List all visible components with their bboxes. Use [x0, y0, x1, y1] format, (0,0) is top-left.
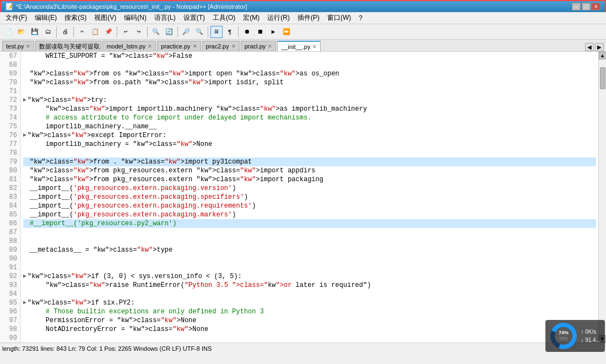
code-line[interactable]	[23, 61, 596, 69]
fold-icon[interactable]: ▶	[23, 272, 26, 281]
code-line[interactable]: "kw">class="kw">from pkg_resources.exter…	[23, 175, 596, 184]
code-content: importlib_machinery.__name__	[30, 122, 156, 131]
paste-button[interactable]: 📌	[102, 26, 115, 38]
cut-button[interactable]: ✂	[76, 26, 88, 38]
tab-init-py[interactable]: __init__.py ✕	[277, 41, 321, 51]
code-line[interactable]: #__import__('pkg_resources.py2_warn')	[23, 219, 596, 228]
code-line[interactable]: importlib_machinery = "kw">class="kw">No…	[23, 140, 596, 149]
fold-spacer	[23, 228, 29, 237]
tab-model-lstm-close[interactable]: ✕	[148, 44, 152, 49]
find-button[interactable]: 🔍	[150, 26, 162, 38]
code-line[interactable]: "kw">class="kw">from . "kw">class="kw">i…	[23, 157, 596, 166]
code-line[interactable]: "kw">class="kw">import importlib.machine…	[23, 105, 596, 113]
line-number: 79	[3, 157, 17, 166]
tab-model-lstm[interactable]: model_lstm.py ✕	[102, 41, 156, 51]
macro-stop-button[interactable]: ⏹	[254, 26, 266, 38]
code-line[interactable]: __import__('pkg_resources.extern.packagi…	[23, 184, 596, 193]
code-line[interactable]	[23, 237, 596, 246]
menu-view[interactable]: 视图(V)	[91, 12, 120, 24]
code-line[interactable]: PermissionError = "kw">class="kw">None	[23, 316, 596, 325]
menu-settings[interactable]: 设置(T)	[180, 12, 208, 24]
menu-window[interactable]: 窗口(W)	[324, 12, 354, 24]
menu-search[interactable]: 搜索(S)	[61, 12, 90, 24]
tab-practice-close[interactable]: ✕	[193, 44, 197, 49]
tab-scroll-right[interactable]: ▶	[595, 43, 604, 51]
macro-run-button[interactable]: ⏩	[280, 26, 293, 38]
title-bar-left: 📝 *E:\Anaconda3\Lib\site-packages\pkg_re…	[6, 3, 247, 10]
code-line[interactable]: __metaclass__ = "kw">class="kw">type	[23, 246, 596, 254]
tab-init-py-close[interactable]: ✕	[312, 44, 317, 50]
save-all-button[interactable]: 🗂	[42, 26, 54, 38]
macro-play-button[interactable]: ▶	[267, 26, 279, 38]
scrollbar-vertical[interactable]: ▲ ▼	[598, 52, 606, 343]
tab-test-py-close[interactable]: ✕	[26, 44, 30, 49]
fold-icon[interactable]: ▶	[23, 298, 26, 307]
zoom-out-button[interactable]: 🔍	[193, 26, 205, 38]
code-line[interactable]: ▶"kw">class="kw">if six.PY2:	[23, 298, 596, 307]
open-button[interactable]: 📂	[15, 26, 28, 38]
macro-record-button[interactable]: ⏺	[241, 26, 253, 38]
maximize-button[interactable]: □	[582, 3, 591, 10]
menu-macro[interactable]: 宏(M)	[240, 12, 263, 24]
word-wrap-button[interactable]: ≡	[210, 26, 223, 38]
code-line[interactable]	[23, 149, 596, 157]
code-line[interactable]: ▶"kw">class="kw">except ImportError:	[23, 131, 596, 140]
code-content: __import__('pkg_resources.extern.packagi…	[30, 202, 256, 210]
new-button[interactable]: 📄	[2, 26, 14, 38]
menu-run[interactable]: 运行(R)	[264, 12, 293, 24]
code-area[interactable]: WRITE_SUPPORT = "kw">class="kw">False "k…	[21, 52, 598, 343]
replace-button[interactable]: 🔄	[163, 26, 175, 38]
code-line[interactable]	[23, 228, 596, 237]
scroll-up-button[interactable]: ▲	[599, 52, 607, 59]
tab-test-py[interactable]: test.py ✕	[2, 41, 34, 51]
menu-language[interactable]: 语言(L)	[151, 12, 179, 24]
menu-tools[interactable]: 工具(O)	[209, 12, 239, 24]
show-all-button[interactable]: ¶	[224, 26, 236, 38]
tab-pracl-close[interactable]: ✕	[268, 44, 272, 49]
code-line[interactable]: __import__('pkg_resources.extern.packagi…	[23, 202, 596, 210]
tab-data-read[interactable]: 数据读取与关键可提取.py ✕	[35, 41, 101, 51]
save-button[interactable]: 💾	[29, 26, 41, 38]
line-number: 72	[3, 96, 17, 105]
code-line[interactable]: "kw">class="kw">from pkg_resources.exter…	[23, 166, 596, 175]
code-line[interactable]	[23, 263, 596, 272]
menu-help[interactable]: ?	[355, 13, 366, 23]
code-line[interactable]	[23, 254, 596, 263]
tab-prac2[interactable]: prac2.py ✕	[202, 41, 240, 51]
zoom-in-button[interactable]: 🔎	[180, 26, 192, 38]
code-line[interactable]: __import__('pkg_resources.extern.packagi…	[23, 193, 596, 202]
code-content: __import__('pkg_resources.extern.packagi…	[30, 184, 236, 193]
code-line[interactable]: NotADirectoryError = "kw">class="kw">Non…	[23, 325, 596, 334]
tab-scroll-left[interactable]: ◀	[585, 43, 594, 51]
tab-practice[interactable]: practice.py ✕	[157, 41, 201, 51]
code-line[interactable]: importlib_machinery.__name__	[23, 122, 596, 131]
code-line[interactable]	[23, 290, 596, 298]
tab-prac2-close[interactable]: ✕	[231, 44, 236, 49]
close-button[interactable]: ✕	[592, 3, 600, 10]
redo-button[interactable]: ↪	[133, 26, 145, 38]
menu-plugins[interactable]: 插件(P)	[294, 12, 323, 24]
code-line[interactable]: "kw">class="kw">from os.path "kw">class=…	[23, 78, 596, 87]
code-line[interactable]: ▶"kw">class="kw">try:	[23, 96, 596, 105]
code-line[interactable]	[23, 334, 596, 343]
minimize-button[interactable]: ─	[572, 3, 581, 10]
menu-encoding[interactable]: 编码(N)	[121, 12, 150, 24]
code-line[interactable]: # access attribute to force import under…	[23, 113, 596, 122]
code-line[interactable]: "kw">class="kw">from os "kw">class="kw">…	[23, 69, 596, 78]
scrollbar-thumb[interactable]	[600, 67, 605, 89]
undo-button[interactable]: ↩	[120, 26, 132, 38]
menu-file[interactable]: 文件(F)	[2, 12, 30, 24]
fold-icon[interactable]: ▶	[23, 131, 26, 140]
fold-icon[interactable]: ▶	[23, 96, 26, 105]
code-line[interactable]: __import__('pkg_resources.extern.packagi…	[23, 210, 596, 219]
code-line[interactable]: WRITE_SUPPORT = "kw">class="kw">False	[23, 52, 596, 61]
title-bar-buttons[interactable]: ─ □ ✕	[572, 3, 600, 10]
copy-button[interactable]: 📋	[89, 26, 101, 38]
tab-pracl[interactable]: pracl.py ✕	[241, 41, 277, 51]
menu-edit[interactable]: 编辑(E)	[31, 12, 60, 24]
code-line[interactable]: # Those builtin exceptions are only defi…	[23, 307, 596, 316]
print-button[interactable]: 🖨	[59, 26, 71, 38]
code-line[interactable]: ▶"kw">class="kw">if (3, 0) < sys.version…	[23, 272, 596, 281]
code-line[interactable]	[23, 87, 596, 96]
code-line[interactable]: "kw">class="kw">raise RuntimeError("Pyth…	[23, 281, 596, 290]
